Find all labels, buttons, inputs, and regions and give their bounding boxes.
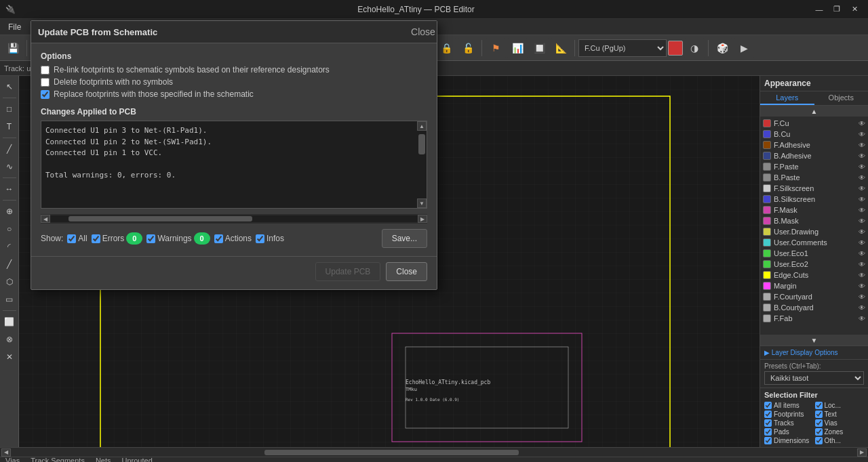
sf-checkbox[interactable] [815,402,823,409]
layer-display-options[interactable]: ▶ Layer Display Options [760,345,868,359]
3d-view-button[interactable]: 🎲 [712,38,732,58]
minimize-button[interactable]: — [811,3,827,16]
layer-item[interactable]: Margin 👁 [760,280,868,291]
layer-item[interactable]: F.Courtyard 👁 [760,291,868,302]
layer-visibility-icon[interactable]: 👁 [859,315,865,322]
sf-checkbox[interactable] [815,428,823,436]
hscroll-left[interactable]: ◀ [41,215,50,223]
layer-visibility-icon[interactable]: 👁 [859,131,865,138]
option3-label[interactable]: Replace footprints with those specified … [54,89,254,99]
option2-checkbox[interactable] [41,78,50,87]
autoroute-tool[interactable]: ∿ [1,159,18,175]
layer-visibility-icon[interactable]: 👁 [859,304,865,312]
log-scroll-thumb[interactable] [418,134,425,154]
sf-checkbox[interactable] [764,428,772,436]
dialog-close-button[interactable]: Close [416,25,430,39]
show-all-label[interactable]: All [78,234,87,243]
layer-item[interactable]: User.Comments 👁 [760,237,868,248]
measure-tool[interactable]: ↔ [1,181,18,197]
tab-layers[interactable]: Layers [760,91,814,105]
log-scroll-track[interactable] [417,131,427,198]
hscroll-thumb[interactable] [68,216,252,222]
show-actions-checkbox[interactable] [214,234,223,243]
zone-tool[interactable]: ⬜ [1,314,18,330]
layer-visibility-icon[interactable]: 👁 [859,217,865,225]
save-button[interactable]: Save... [382,229,427,248]
maximize-button[interactable]: ❐ [829,3,845,16]
route-track-tool[interactable]: ╱ [1,141,18,157]
layer-item[interactable]: F.Silkscreen 👁 [760,183,868,194]
changes-hscrollbar[interactable]: ◀ ▶ [41,214,427,224]
circle-tool[interactable]: ○ [1,221,18,237]
scripting-button[interactable]: ▶ [734,38,754,58]
show-warnings-label[interactable]: Warnings [157,234,191,243]
log-scroll-up[interactable]: ▲ [417,121,427,131]
show-infos-label[interactable]: Infos [267,234,284,243]
show-warnings-checkbox[interactable] [146,234,155,243]
layer-item[interactable]: User.Eco2 👁 [760,259,868,270]
layer-item[interactable]: F.Mask 👁 [760,205,868,215]
layer-visibility-icon[interactable]: 👁 [859,120,865,127]
changes-log[interactable]: Connected U1 pin 3 to Net-(R1-Pad1).Conn… [41,121,427,209]
sf-checkbox[interactable] [764,437,772,444]
layer-item[interactable]: F.Paste 👁 [760,161,868,172]
footprint-tool[interactable]: □ [1,101,18,117]
layer-visibility-icon[interactable]: 👁 [859,152,865,160]
layers-scroll-up[interactable]: ▲ [760,106,868,117]
sf-checkbox[interactable] [764,411,772,418]
rect-tool[interactable]: ▭ [1,291,18,308]
layer-visibility-icon[interactable]: 👁 [859,142,865,149]
show-errors-label[interactable]: Errors [102,234,125,243]
layer-visibility-icon[interactable]: 👁 [859,163,865,171]
layer-visibility-icon[interactable]: 👁 [859,185,865,192]
menu-file[interactable]: File [3,19,26,35]
layer-item[interactable]: Edge.Cuts 👁 [760,270,868,280]
lock2-button[interactable]: 🔓 [458,38,478,58]
layer-color-button[interactable] [668,41,683,56]
sf-checkbox[interactable] [764,419,772,427]
pad-tool[interactable]: ⊕ [1,203,18,219]
sf-checkbox[interactable] [815,411,823,418]
show-errors-checkbox[interactable] [92,234,100,243]
layer-item[interactable]: B.Adhesive 👁 [760,150,868,161]
layer-item[interactable]: B.Cu 👁 [760,129,868,140]
cursor-tool[interactable]: ↖ [1,79,18,95]
layer-visibility-icon[interactable]: 👁 [859,261,865,268]
presets-select[interactable]: Kaikki tasot [764,371,864,385]
option1-checkbox[interactable] [41,66,50,75]
polygon-tool[interactable]: ⬡ [1,274,18,290]
arc-tool[interactable]: ◜ [1,238,18,255]
text-tool[interactable]: T [1,119,18,135]
scrollbar-track[interactable] [11,449,857,456]
delete-tool[interactable]: ✕ [1,349,18,365]
line-tool[interactable]: ╱ [1,256,18,272]
update-pcb-button[interactable]: Update PCB [315,262,381,281]
bottom-scrollbar[interactable]: ◀ ▶ [0,447,868,457]
show-all-checkbox[interactable] [67,234,76,243]
netlist-button[interactable]: 📊 [507,38,528,58]
scroll-right-button[interactable]: ▶ [857,448,867,457]
lock-button[interactable]: 🔒 [436,38,456,58]
layer-visibility-icon[interactable]: 👁 [859,293,865,301]
option3-checkbox[interactable] [41,90,50,99]
show-infos-checkbox[interactable] [256,234,264,243]
layer-select[interactable]: F.Cu (PgUp) [578,39,667,57]
layer-visibility-icon[interactable]: 👁 [859,250,865,257]
option1-label[interactable]: Re-link footprints to schematic symbols … [54,65,330,75]
save-button[interactable]: 💾 [3,38,23,58]
log-scroll-down[interactable]: ▼ [417,198,427,208]
layer-item[interactable]: B.Silkscreen 👁 [760,194,868,205]
via-tool[interactable]: ⊗ [1,331,18,348]
scrollbar-thumb[interactable] [264,450,518,455]
layer-item[interactable]: F.Cu 👁 [760,118,868,129]
hscroll-right[interactable]: ▶ [418,215,427,223]
layer-visibility-icon[interactable]: 👁 [859,282,865,290]
tab-objects[interactable]: Objects [814,91,869,105]
layer-visibility-icon[interactable]: 👁 [859,228,865,236]
footprint-button[interactable]: 🔲 [529,38,549,58]
layers-scroll-down[interactable]: ▼ [760,335,868,345]
layer-visibility-icon[interactable]: 👁 [859,272,865,279]
sf-checkbox[interactable] [815,419,823,427]
layer-visibility-icon[interactable]: 👁 [859,239,865,247]
close-dialog-button[interactable]: Close [386,262,427,281]
